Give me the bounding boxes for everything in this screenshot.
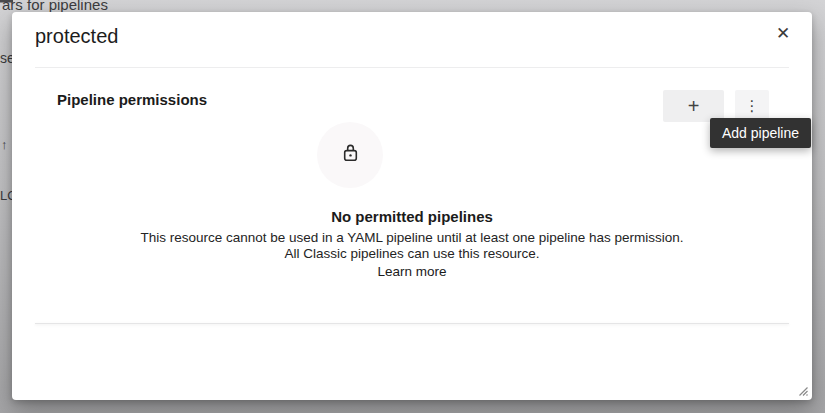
empty-state-line-1: This resource cannot be used in a YAML p… (12, 230, 812, 246)
learn-more-link[interactable]: Learn more (377, 264, 446, 280)
empty-state-title: No permitted pipelines (12, 208, 812, 226)
dialog-title: protected (35, 25, 118, 48)
kebab-menu-icon: ⋮ (745, 97, 760, 115)
card-bottom-divider (35, 323, 789, 324)
tooltip-label: Add pipeline (722, 125, 799, 141)
empty-state-illustration (317, 122, 383, 188)
resource-permissions-dialog: protected ✕ Pipeline permissions + ⋮ Add… (12, 12, 812, 400)
header-divider (35, 67, 789, 68)
empty-state-text: No permitted pipelines This resource can… (12, 208, 812, 280)
plus-icon: + (688, 95, 700, 118)
add-pipeline-tooltip: Add pipeline (710, 118, 811, 148)
pipeline-permissions-heading: Pipeline permissions (57, 91, 207, 108)
empty-state-line-2: All Classic pipelines can use this resou… (12, 246, 812, 262)
close-icon[interactable]: ✕ (770, 20, 796, 46)
lock-icon (342, 143, 359, 167)
resize-handle-icon[interactable] (795, 383, 809, 397)
background-icon-fragment: ↑ (1, 137, 8, 152)
